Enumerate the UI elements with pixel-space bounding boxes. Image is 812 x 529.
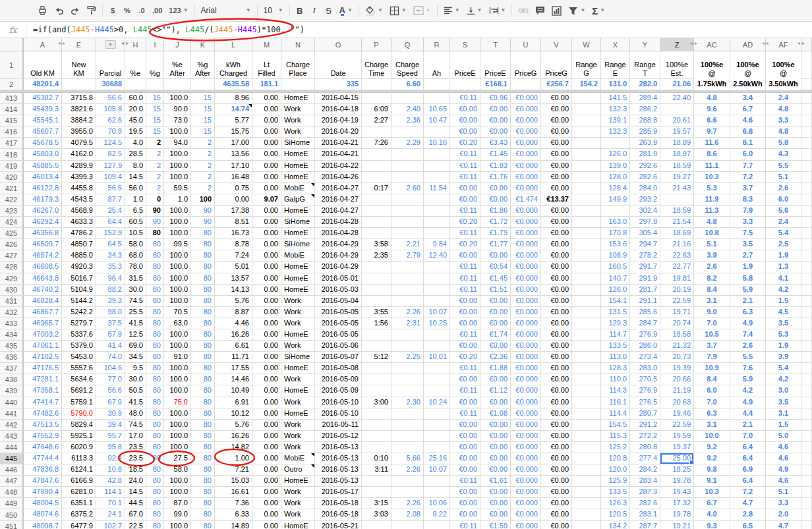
cell-E417[interactable]: 4079.5 (62, 138, 96, 149)
cell-E449[interactable]: 6351.1 (62, 498, 96, 509)
cell-Z431[interactable]: 22.59 (660, 296, 694, 307)
cell-AD420[interactable]: 7.2 (730, 172, 766, 183)
cell-Q442[interactable] (392, 420, 424, 431)
cell-R451[interactable] (424, 521, 450, 529)
cell-S416[interactable]: €0.00 (450, 126, 480, 138)
cell-U445[interactable]: €0.000 (511, 453, 541, 464)
filter-button[interactable]: ▼ (565, 3, 589, 18)
cell-AC428[interactable]: 2.6 (694, 262, 730, 273)
cell-M443[interactable]: 0.00 (252, 431, 281, 442)
cell-I445[interactable]: 80 (146, 453, 164, 464)
cell-A425[interactable]: 46356.8 (24, 228, 62, 239)
column-letter-Q[interactable]: Q (392, 38, 424, 51)
cell-E431[interactable]: 5144.2 (62, 296, 96, 307)
cell-Y447[interactable]: 283.4 (630, 476, 660, 487)
cell-Y416[interactable]: 285.9 (630, 126, 660, 138)
row-header-441[interactable]: 441 (0, 408, 24, 420)
cell-Q427[interactable]: 2.79 (392, 250, 424, 262)
cell-Y436[interactable]: 273.4 (630, 352, 660, 363)
cell-AD433[interactable]: 4.9 (730, 318, 766, 329)
cell-AC435[interactable]: 3.7 (694, 341, 730, 352)
cell-M423[interactable]: 0.00 (252, 206, 281, 217)
cell-Y433[interactable]: 284.7 (630, 318, 660, 329)
cell-O414[interactable]: 2016-04-18 (315, 104, 362, 115)
cell-O416[interactable]: 2016-04-20 (315, 126, 362, 138)
cell-W416[interactable] (572, 126, 601, 138)
cell-Q418[interactable] (392, 149, 424, 160)
summary-cell-H[interactable] (125, 79, 146, 90)
cell-Q415[interactable]: 2.36 (392, 115, 424, 126)
cell-AC418[interactable]: 8.6 (694, 149, 730, 160)
cell-Z422[interactable] (660, 194, 694, 206)
cell-R414[interactable]: 10.65 (424, 104, 450, 115)
row-header-431[interactable]: 431 (0, 296, 24, 307)
cell-P446[interactable]: 3:11 (362, 464, 392, 476)
cell-H426[interactable]: 58.0 (125, 239, 146, 250)
cell-O419[interactable]: 2016-04-22 (315, 161, 362, 172)
row-header-447[interactable]: 447 (0, 476, 24, 487)
cell-AF422[interactable]: 6.0 (766, 194, 801, 206)
cell-K442[interactable]: 80 (191, 420, 215, 431)
cell-U437[interactable]: €0.000 (511, 363, 541, 374)
cell-T450[interactable]: €0.00 (480, 509, 511, 520)
cell-M421[interactable]: 0.00 (252, 183, 281, 194)
cell-AD431[interactable]: 2.1 (730, 296, 766, 307)
cell-AC423[interactable]: 11.3 (694, 206, 730, 217)
cell-Q440[interactable]: 2.30 (392, 397, 424, 408)
decrease-decimals-button[interactable]: .0 (134, 3, 149, 18)
column-header-L[interactable]: kWh Charged (215, 51, 252, 79)
cell-P432[interactable]: 3:55 (362, 307, 392, 318)
cell-Z434[interactable]: 18.58 (660, 329, 694, 341)
cell-V439[interactable]: €0.00 (541, 385, 572, 397)
cell-V429[interactable]: €0.00 (541, 273, 572, 285)
cell-Z425[interactable]: 18.69 (660, 228, 694, 239)
cell-O424[interactable]: 2016-04-28 (315, 217, 362, 228)
cell-A418[interactable]: 45803.0 (24, 149, 62, 160)
cell-S447[interactable]: €0.11 (450, 476, 480, 487)
cell-X439[interactable]: 114.3 (601, 385, 630, 397)
cell-Z435[interactable]: 21.32 (660, 341, 694, 352)
cell-W418[interactable] (572, 149, 601, 160)
summary-cell-I[interactable] (146, 79, 164, 90)
cell-L419[interactable]: 17.10 (215, 161, 252, 172)
cell-U427[interactable]: €0.000 (511, 250, 541, 262)
cell-O441[interactable]: 2016-05-10 (315, 408, 362, 420)
cell-X416[interactable]: 132.3 (601, 126, 630, 138)
summary-cell-AC[interactable]: 1.75kWh (694, 79, 730, 90)
cell-N420[interactable]: HomeE (281, 172, 315, 183)
cell-P434[interactable] (362, 329, 392, 341)
cell-H448[interactable]: 14.5 (125, 487, 146, 498)
cell-R430[interactable] (424, 285, 450, 296)
row-header-413[interactable]: 413 (0, 93, 24, 104)
cell-X449[interactable]: 126.3 (601, 498, 630, 509)
cell-R442[interactable] (424, 420, 450, 431)
row-header-430[interactable]: 430 (0, 285, 24, 296)
cell-F429[interactable]: 96.4 (96, 273, 125, 285)
cell-O429[interactable]: 2016-05-01 (315, 273, 362, 285)
row-header-418[interactable]: 418 (0, 149, 24, 160)
row-header-2[interactable]: 2 (0, 79, 24, 90)
row-header-414[interactable]: 414 (0, 104, 24, 115)
cell-F426[interactable]: 64.5 (96, 239, 125, 250)
cell-U428[interactable]: €0.000 (511, 262, 541, 273)
cell-Q436[interactable]: 2.25 (392, 352, 424, 363)
cell-Q439[interactable] (392, 385, 424, 397)
cell-U450[interactable]: €0.000 (511, 509, 541, 520)
cell-I424[interactable]: 90 (146, 217, 164, 228)
format-currency-button[interactable]: $ (105, 3, 120, 18)
cell-T436[interactable]: €2.36 (480, 352, 511, 363)
cell-W431[interactable] (572, 296, 601, 307)
cell-M438[interactable]: 0.00 (252, 374, 281, 385)
cell-R438[interactable] (424, 374, 450, 385)
cell-E446[interactable]: 6124.1 (62, 464, 96, 476)
summary-cell-Q[interactable]: 6.60 (392, 79, 424, 90)
cell-N442[interactable]: Work (281, 420, 315, 431)
cell-O444[interactable]: 2016-05-13 (315, 442, 362, 453)
row-header-446[interactable]: 446 (0, 464, 24, 476)
cell-N434[interactable]: HomeE (281, 329, 315, 341)
cell-W428[interactable] (572, 262, 601, 273)
cell-R426[interactable]: 9.84 (424, 239, 450, 250)
cell-R439[interactable] (424, 385, 450, 397)
filter-dropdown-icon[interactable]: ▼ (105, 40, 116, 49)
cell-X426[interactable]: 153.6 (601, 239, 630, 250)
